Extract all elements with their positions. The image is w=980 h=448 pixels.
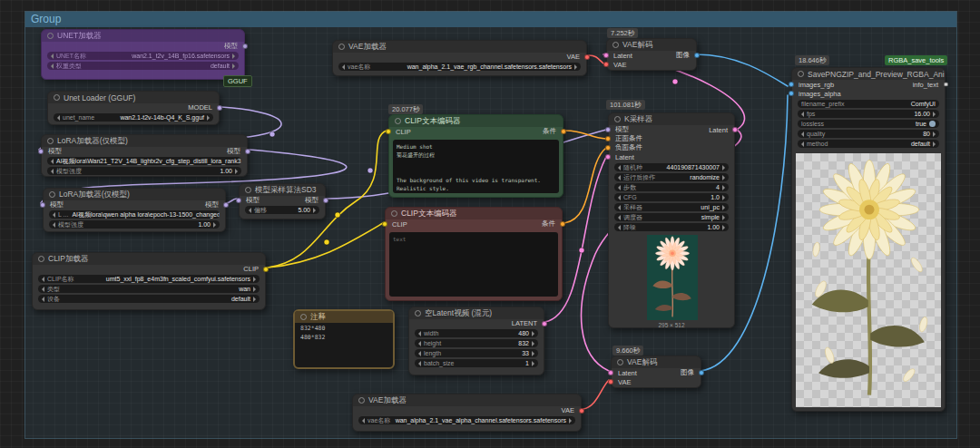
collapse-icon[interactable] — [358, 397, 365, 404]
group-title[interactable]: Group — [25, 12, 956, 27]
info-text-output-port[interactable] — [944, 83, 948, 87]
next-arrow-icon[interactable] — [722, 215, 725, 220]
node-title-bar[interactable]: VAE解码 — [612, 356, 701, 368]
node-lora-loader-2[interactable]: LoRA加载器(仅模型) 模型模型 L ...AI视频lora\qwen alp… — [43, 188, 226, 232]
collapse-icon[interactable] — [612, 42, 619, 48]
collapse-icon[interactable] — [47, 33, 54, 39]
widget-control-after-generate[interactable]: 运行后操作randomize — [614, 173, 729, 181]
widget-unet-name[interactable]: unet_namewan2.1-t2v-14b-Q4_K_S.gguf — [54, 113, 213, 122]
widget-seed[interactable]: 随机种440190871430007 — [614, 163, 729, 171]
node-title-bar[interactable]: VAE加载器 — [333, 41, 586, 53]
widget-quality[interactable]: quality80 — [798, 130, 939, 138]
next-arrow-icon[interactable] — [532, 331, 534, 336]
prev-arrow-icon[interactable] — [618, 165, 621, 170]
collapse-icon[interactable] — [47, 138, 54, 144]
widget-clip-name[interactable]: CLIP名称umt5_xxl_fp8_e4m3fn_scaled_comfyui… — [38, 275, 260, 283]
next-arrow-icon[interactable] — [235, 169, 238, 174]
widget-lora-name[interactable]: AI视频lora\Wan21_T2V_14B_lightx2v_cfg_step… — [47, 157, 241, 165]
collapse-icon[interactable] — [49, 191, 55, 198]
next-arrow-icon[interactable] — [569, 418, 572, 424]
widget-length[interactable]: length33 — [415, 349, 538, 357]
model-input-port[interactable] — [605, 127, 611, 132]
images-rgb-input-port[interactable] — [789, 82, 794, 87]
node-note[interactable]: 注释 832*480 480*832 — [293, 309, 395, 369]
widget-type[interactable]: 类型wan — [38, 285, 260, 293]
node-clip-encode-positive[interactable]: CLIP文本编码器 CLIP条件 Medium shot 菊花盛开的过程 The… — [388, 114, 564, 198]
collapse-icon[interactable] — [245, 187, 251, 193]
next-arrow-icon[interactable] — [532, 341, 534, 346]
widget-width[interactable]: width480 — [415, 329, 538, 337]
node-graph-canvas[interactable]: Group — [0, 0, 980, 448]
collapse-icon[interactable] — [391, 210, 397, 217]
next-arrow-icon[interactable] — [253, 287, 256, 292]
node-save-pngzip-preview[interactable]: SavePNGZIP_and_Preview_RGBA_Animated... … — [791, 67, 946, 412]
conditioning-output-port[interactable] — [560, 221, 565, 227]
model-input-port[interactable] — [38, 149, 44, 154]
node-ksampler[interactable]: K采样器 模型Latent 正面条件 负面条件 Latent 随机种440190… — [608, 112, 735, 328]
widget-shift[interactable]: 偏移5.00 — [245, 206, 319, 214]
collapse-icon[interactable] — [614, 116, 621, 122]
next-arrow-icon[interactable] — [933, 141, 936, 147]
node-vae-loader-alpha[interactable]: VAE加载器 VAE vae名称wan_alpha_2.1_vae_alpha_… — [352, 394, 582, 432]
widget-scheduler[interactable]: 调度器simple — [614, 213, 729, 221]
prev-arrow-icon[interactable] — [418, 361, 421, 366]
prev-arrow-icon[interactable] — [618, 215, 621, 220]
vae-output-port[interactable] — [579, 408, 584, 414]
prompt-textarea[interactable]: Medium shot 菊花盛开的过程 The background of th… — [393, 140, 559, 193]
prompt-textarea[interactable]: text — [389, 232, 558, 297]
widget-filename-prefix[interactable]: filename_prefixComfyUI — [798, 100, 939, 108]
prev-arrow-icon[interactable] — [801, 131, 804, 137]
widget-batch-size[interactable]: batch_size1 — [415, 359, 538, 367]
node-title-bar[interactable]: VAE加载器 — [353, 394, 581, 406]
next-arrow-icon[interactable] — [232, 54, 235, 59]
next-arrow-icon[interactable] — [722, 225, 725, 230]
prev-arrow-icon[interactable] — [618, 195, 621, 200]
next-arrow-icon[interactable] — [532, 351, 534, 356]
prev-arrow-icon[interactable] — [57, 115, 60, 121]
node-title-bar[interactable]: 注释 — [295, 311, 393, 323]
prev-arrow-icon[interactable] — [362, 418, 365, 424]
node-empty-latent-video[interactable]: 空Latent视频 (混元) LATENT width480 height832… — [408, 307, 544, 375]
node-title-bar[interactable]: CLIP文本编码器 — [389, 115, 563, 127]
next-arrow-icon[interactable] — [722, 175, 725, 180]
vae-output-port[interactable] — [584, 54, 590, 60]
prev-arrow-icon[interactable] — [618, 205, 621, 210]
clip-output-port[interactable] — [263, 267, 269, 272]
prev-arrow-icon[interactable] — [249, 208, 251, 213]
widget-steps[interactable]: 步数4 — [614, 183, 729, 191]
prev-arrow-icon[interactable] — [801, 112, 804, 117]
widget-vae-name[interactable]: vae名称wan_alpha_2.1_vae_rgb_channel.safet… — [338, 63, 581, 71]
prev-arrow-icon[interactable] — [418, 331, 421, 336]
next-arrow-icon[interactable] — [253, 297, 256, 302]
vae-input-port[interactable] — [608, 379, 613, 385]
node-vae-loader-rgb[interactable]: VAE加载器 VAE vae名称wan_alpha_2.1_vae_rgb_ch… — [332, 40, 587, 76]
widget-sampler[interactable]: 采样器uni_pc — [614, 203, 729, 211]
latent-output-port[interactable] — [542, 321, 547, 326]
collapse-icon[interactable] — [54, 94, 60, 101]
node-title-bar[interactable]: CLIP文本编码器 — [386, 208, 562, 219]
node-title-bar[interactable]: VAE解码 — [607, 39, 696, 51]
node-title-bar[interactable]: 空Latent视频 (混元) — [409, 307, 544, 319]
node-title-bar[interactable]: CLIP加载器 — [33, 253, 265, 265]
collapse-icon[interactable] — [300, 314, 307, 320]
widget-cfg[interactable]: CFG1.0 — [614, 193, 729, 201]
widget-height[interactable]: height832 — [415, 339, 538, 347]
node-title-bar[interactable]: UNET加载器 — [42, 30, 244, 42]
node-model-sampling-sd3[interactable]: 模型采样算法SD3 模型模型 偏移5.00 — [239, 183, 326, 219]
node-lora-loader-1[interactable]: LoRA加载器(仅模型) 模型模型 AI视频lora\Wan21_T2V_14B… — [41, 134, 248, 177]
prev-arrow-icon[interactable] — [51, 63, 54, 69]
prev-arrow-icon[interactable] — [51, 159, 54, 164]
prev-arrow-icon[interactable] — [53, 222, 55, 228]
latent-input-port[interactable] — [605, 154, 611, 160]
widget-weight-dtype[interactable]: 权重类型default — [47, 62, 239, 70]
node-vae-decode-alpha[interactable]: VAE解码 Latent图像 VAE — [611, 355, 701, 388]
positive-input-port[interactable] — [605, 136, 611, 141]
model-input-port[interactable] — [40, 202, 45, 208]
clip-input-port[interactable] — [386, 129, 391, 134]
prev-arrow-icon[interactable] — [618, 185, 621, 190]
collapse-icon[interactable] — [617, 359, 623, 365]
next-arrow-icon[interactable] — [213, 222, 216, 228]
prev-arrow-icon[interactable] — [418, 351, 421, 356]
next-arrow-icon[interactable] — [933, 131, 936, 137]
collapse-icon[interactable] — [38, 256, 44, 262]
